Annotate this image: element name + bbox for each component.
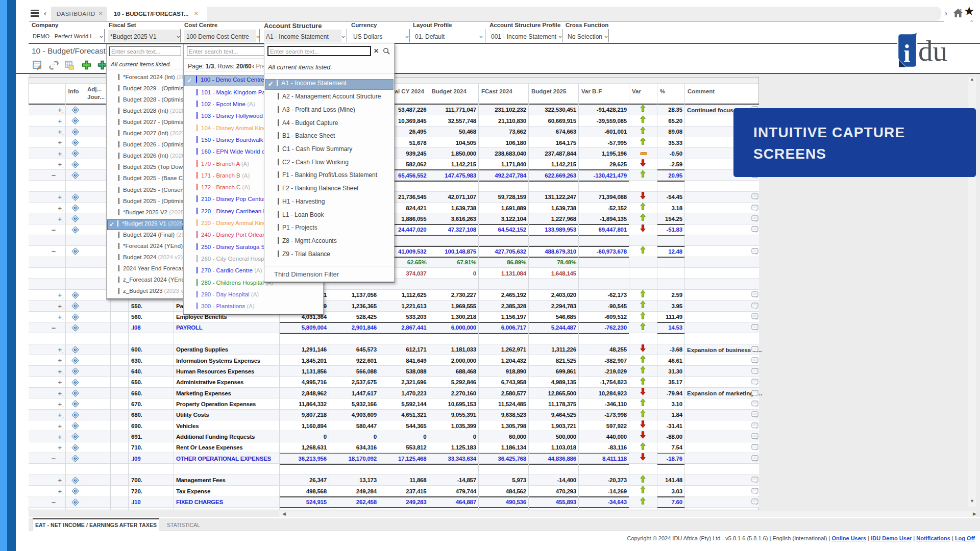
svg-text:i: i [903,39,911,67]
svg-text:du: du [918,35,947,67]
